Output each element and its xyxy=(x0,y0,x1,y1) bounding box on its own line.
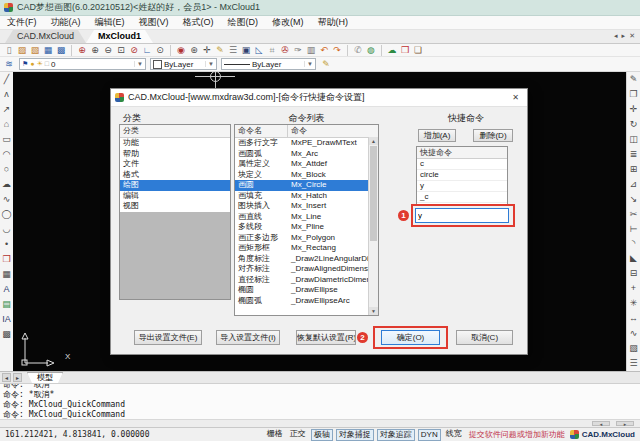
block-insert-icon[interactable]: ❒ xyxy=(0,252,13,267)
explode-icon[interactable]: ✳ xyxy=(627,296,640,311)
category-row[interactable]: 功能 xyxy=(120,138,230,149)
rectangle-icon[interactable]: ▭ xyxy=(0,132,13,147)
command-row[interactable]: 直径标注_DrawDiametricDimension xyxy=(235,275,378,286)
zoom-extents-icon[interactable]: ⊕ xyxy=(76,45,88,56)
selection-box-icon[interactable]: ⌗ xyxy=(266,45,278,56)
shortcut-row[interactable]: y xyxy=(417,181,507,192)
status-toggle[interactable]: 栅格 xyxy=(265,429,285,441)
hscroll-left-icon[interactable]: ◂ xyxy=(592,421,610,426)
menu-file[interactable]: 文件(F) xyxy=(0,16,44,29)
status-toggle[interactable]: DYN xyxy=(418,429,441,441)
web-home-icon[interactable]: ◍ xyxy=(365,45,377,56)
export-pdf-icon[interactable]: ❒ xyxy=(399,45,411,56)
find-icon[interactable]: ✇ xyxy=(279,45,291,56)
image-icon[interactable]: ▤ xyxy=(0,297,13,312)
command-row[interactable]: 属性定义Mx_Attdef xyxy=(235,159,378,170)
command-line-panel[interactable]: 命令: *取消*命令: *取消*命令: MxCloud_QuickCommand… xyxy=(0,383,640,419)
layers-icon[interactable]: ☰ xyxy=(227,45,239,56)
command-row[interactable]: 画多行文字MxPE_DrawMText xyxy=(235,138,378,149)
feedback-link[interactable]: 提交软件问题或增加新功能 xyxy=(469,429,565,440)
text-icon[interactable]: A xyxy=(0,282,13,297)
new-file-icon[interactable]: ▯ xyxy=(3,45,15,56)
point-icon[interactable]: • xyxy=(0,237,13,252)
delete-shortcut-button[interactable]: 删除(D) xyxy=(473,129,513,142)
array-icon[interactable]: ⊞ xyxy=(627,162,640,177)
ray-icon[interactable]: ↗ xyxy=(0,102,13,117)
join-icon[interactable]: + xyxy=(627,281,640,296)
category-row[interactable]: 编辑 xyxy=(120,191,230,202)
menu-help[interactable]: 帮助(H) xyxy=(311,16,356,29)
pan-icon[interactable]: ✛ xyxy=(201,45,213,56)
copy-icon[interactable]: ❐ xyxy=(627,87,640,102)
cloud-sync-icon[interactable]: ☁ xyxy=(386,45,398,56)
menu-edit[interactable]: 编辑(E) xyxy=(88,16,132,29)
command-row[interactable]: 椭圆_DrawEllipse xyxy=(235,285,378,296)
command-row[interactable]: 画矩形框Mx_Rectang xyxy=(235,243,378,254)
command-row[interactable]: 椭圆弧_DrawEllipseArc xyxy=(235,296,378,307)
command-name-column-header[interactable]: 命令名 xyxy=(235,125,288,137)
cancel-button[interactable]: 取消(C) xyxy=(456,330,513,345)
arc-icon[interactable]: ◠ xyxy=(0,147,13,162)
line-icon[interactable]: ╱ xyxy=(0,72,13,87)
model-tab[interactable]: 模型 xyxy=(27,372,63,383)
status-toggle[interactable]: 对象追踪 xyxy=(377,429,415,441)
scroll-up-icon[interactable]: ▲ xyxy=(369,137,378,145)
polygon-icon[interactable]: ⌂ xyxy=(0,117,13,132)
shortcut-row[interactable]: _c xyxy=(417,192,507,203)
fillet-icon[interactable]: ◝ xyxy=(627,236,640,251)
shortcut-input[interactable] xyxy=(415,208,509,223)
zoom-previous-icon[interactable]: ⊘ xyxy=(128,45,140,56)
status-toggle[interactable]: 线宽 xyxy=(444,429,464,441)
open-file-icon[interactable]: ▨ xyxy=(16,45,28,56)
menu-function[interactable]: 功能(A) xyxy=(44,16,88,29)
tab-scroll-left-icon[interactable]: ◂ xyxy=(614,32,618,40)
undo-icon[interactable]: ↶ xyxy=(318,45,330,56)
save-as-icon[interactable]: ▩ xyxy=(55,45,67,56)
layout-next-icon[interactable]: ▸ xyxy=(13,373,22,382)
table-icon[interactable]: ▦ xyxy=(0,267,13,282)
command-row[interactable]: 画圆Mx_Circle xyxy=(235,180,378,191)
spline-icon[interactable]: ∿ xyxy=(0,192,13,207)
hatch-icon[interactable]: ▩ xyxy=(0,327,13,342)
pedit-icon[interactable]: ∿ xyxy=(627,326,640,341)
menu-format[interactable]: 格式(O) xyxy=(176,16,221,29)
revcloud-icon[interactable]: ☁ xyxy=(0,177,13,192)
export-settings-button[interactable]: 导出设置文件(E) xyxy=(134,330,202,345)
color-select[interactable]: ByLayer ▼ xyxy=(150,58,217,70)
measure-icon[interactable]: ∟ xyxy=(141,45,153,56)
shortcut-row[interactable]: c xyxy=(417,159,507,170)
menu-draw[interactable]: 绘图(D) xyxy=(221,16,266,29)
category-row[interactable]: 文件 xyxy=(120,159,230,170)
ok-button[interactable]: 确定(O) xyxy=(381,330,440,345)
shortcut-row[interactable]: circle xyxy=(417,170,507,181)
match-properties-icon[interactable]: ▧ xyxy=(627,341,640,356)
command-row[interactable]: 图块插入Mx_Insert xyxy=(235,201,378,212)
command-row[interactable]: 画圆弧Mx_Arc xyxy=(235,149,378,160)
layer-select[interactable]: ⚑ ● ☀ □ 0 ▼ xyxy=(19,58,146,70)
menu-view[interactable]: 视图(V) xyxy=(132,16,176,29)
status-toggle[interactable]: 对象捕捉 xyxy=(336,429,374,441)
command-row[interactable]: 多线段Mx_Pline xyxy=(235,222,378,233)
dialog-close-icon[interactable]: ✕ xyxy=(508,93,523,102)
open-url-icon[interactable]: ▧ xyxy=(29,45,41,56)
mirror-icon[interactable]: ◫ xyxy=(627,132,640,147)
zoom-dynamic-icon[interactable]: ⊙ xyxy=(154,45,166,56)
rotate-icon[interactable]: ↻ xyxy=(627,117,640,132)
snapshot-icon[interactable]: ▥ xyxy=(305,45,317,56)
offset-icon[interactable]: ≣ xyxy=(627,147,640,162)
properties-palette-icon[interactable]: ☰ xyxy=(627,356,640,371)
scale-icon[interactable]: ⊿ xyxy=(627,177,640,192)
move-icon[interactable]: ✛ xyxy=(627,102,640,117)
lengthen-icon[interactable]: ↔ xyxy=(627,311,640,326)
erase-icon[interactable]: ✎ xyxy=(627,72,640,87)
category-row[interactable]: 格式 xyxy=(120,170,230,181)
category-row[interactable]: 视图 xyxy=(120,201,230,212)
restore-defaults-button[interactable]: 恢复默认设置(R) xyxy=(296,330,356,345)
add-shortcut-button[interactable]: 增加(A) xyxy=(418,129,456,142)
layer-manager-icon[interactable]: ≋ xyxy=(3,59,15,70)
zoom-realtime-icon[interactable]: ◉ xyxy=(175,45,187,56)
angle-tool-icon[interactable]: ◺ xyxy=(253,45,265,56)
extend-icon[interactable]: ⊢ xyxy=(627,222,640,237)
export-image-icon[interactable]: ❏ xyxy=(412,45,424,56)
phone-support-icon[interactable]: ✆ xyxy=(352,45,364,56)
